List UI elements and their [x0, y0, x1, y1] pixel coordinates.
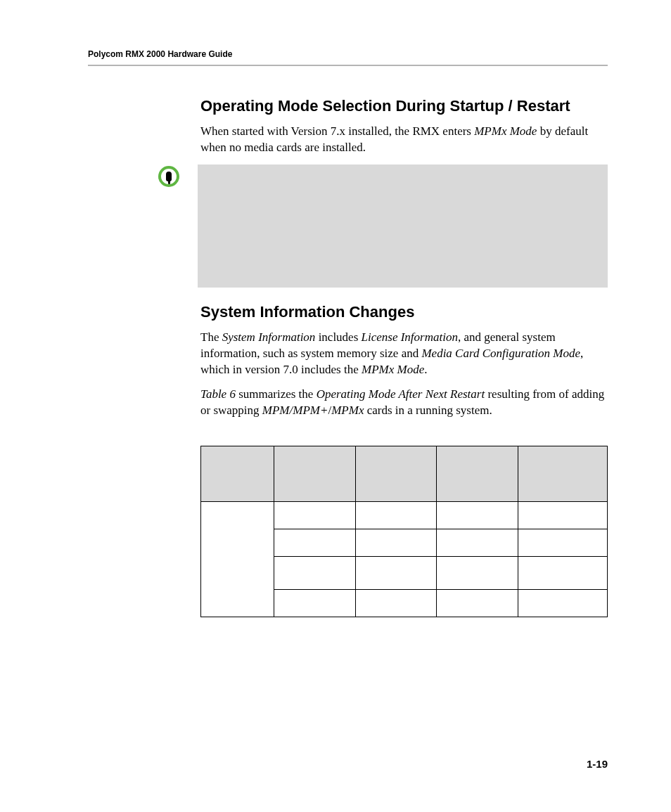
table-cell: [437, 556, 518, 589]
table-row: [201, 501, 608, 529]
table-cell: [274, 556, 356, 589]
heading-operating-mode: Operating Mode Selection During Startup …: [200, 97, 608, 115]
table-header-row: [201, 446, 608, 501]
text-em-mpmx: MPMx Mode: [474, 124, 537, 138]
heading-system-info: System Information Changes: [200, 303, 608, 321]
table-cell: [437, 589, 518, 617]
note-block: [158, 165, 608, 288]
pin-icon: [158, 166, 179, 187]
table-cell: [518, 529, 607, 556]
table-cell: [274, 589, 356, 617]
table-cell: [274, 529, 356, 556]
table-cell: [437, 501, 518, 529]
text-em: Table 6: [200, 387, 236, 401]
text-fragment: The: [200, 330, 222, 344]
table-header-cell: [201, 446, 274, 501]
text-em: Media Card Configuration Mode: [421, 347, 580, 360]
table-header-cell: [274, 446, 356, 501]
header-rule: [88, 65, 608, 66]
running-header: Polycom RMX 2000 Hardware Guide: [88, 49, 608, 59]
table-cell: [518, 501, 607, 529]
text-em: License Information: [362, 330, 458, 344]
text-em: MPMx Mode: [362, 363, 424, 376]
table-cell: [355, 589, 437, 617]
text-em: Operating Mode After Next Restart: [317, 387, 485, 401]
text-fragment: includes: [315, 330, 361, 344]
text-em: MPMx: [331, 404, 364, 417]
table-cell: [274, 501, 356, 529]
page-number: 1-19: [587, 758, 608, 770]
table-header-cell: [437, 446, 518, 501]
text-em: System Information: [222, 330, 316, 344]
table-cell: [518, 556, 607, 589]
para-system-info-1: The System Information includes License …: [200, 330, 608, 378]
table-cell: [355, 501, 437, 529]
note-icon-container: [158, 165, 198, 288]
table-header-cell: [355, 446, 437, 501]
table-cell: [518, 589, 607, 617]
table-cell: [355, 556, 437, 589]
text-fragment: cards in a running system.: [364, 404, 492, 417]
text-fragment: summarizes the: [236, 387, 317, 401]
para-system-info-2: Table 6 summarizes the Operating Mode Af…: [200, 387, 608, 419]
text-fragment: .: [424, 363, 427, 376]
mode-table: [200, 446, 608, 617]
table-header-cell: [518, 446, 607, 501]
para-operating-mode: When started with Version 7.x installed,…: [200, 124, 608, 156]
text-em: MPM/MPM+: [262, 404, 328, 417]
text-fragment: When started with Version 7.x installed,…: [200, 124, 474, 138]
table-cell: [437, 529, 518, 556]
note-box: [198, 165, 608, 288]
table-rowhead-cell: [201, 501, 274, 617]
table-cell: [355, 529, 437, 556]
